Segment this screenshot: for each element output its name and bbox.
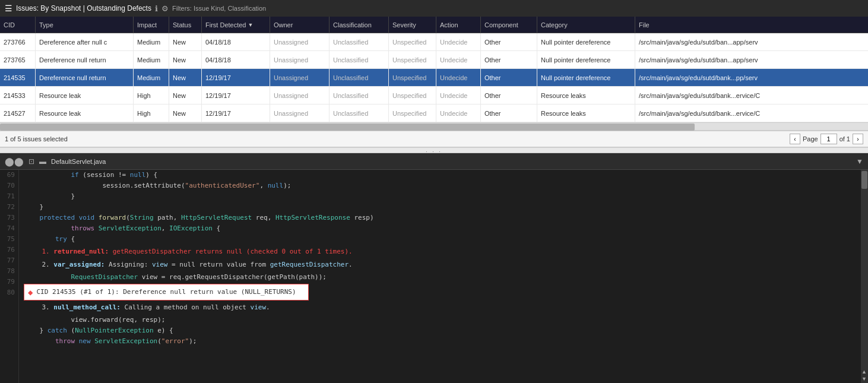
annotation-2: 2. var_assigned: Assigning: view = null …	[24, 259, 863, 271]
code-line: try {	[24, 234, 863, 245]
code-expand-icon[interactable]: ⊡	[28, 157, 34, 166]
top-bar: ☰ Issues: By Snapshot | Outstanding Defe…	[0, 0, 868, 17]
cell-cid: 214527	[0, 105, 36, 122]
cell-type: Dereference null return	[36, 51, 134, 68]
code-line: view.forward(req, resp);	[24, 315, 863, 325]
scroll-down-icon[interactable]: ▼	[861, 376, 867, 382]
annotation-1: 1. returned_null: getRequestDispatcher r…	[24, 246, 863, 258]
cell-action: Undecide	[436, 33, 481, 50]
cid-box-text: CID 214535 (#1 of 1): Dereference null r…	[36, 287, 296, 297]
code-collapse-icon[interactable]: ▼	[856, 157, 863, 166]
col-header-owner: Owner	[270, 17, 330, 33]
cell-owner: Unassigned	[270, 87, 330, 104]
table-row[interactable]: 273766 Dereference after null c Medium N…	[0, 33, 868, 51]
col-header-first-detected[interactable]: First Detected ▼	[202, 17, 270, 33]
next-page-button[interactable]: ›	[853, 134, 863, 144]
cell-first-detected: 04/18/18	[202, 33, 270, 50]
selected-count-label: 1 of 5 issues selected	[5, 135, 68, 143]
code-content: 69 70 71 72 73 74 75 76 77 78 79 80	[0, 170, 868, 383]
vscroll-thumb[interactable]	[861, 171, 867, 189]
annotation-3: 3. null_method_call: Calling a method on…	[24, 302, 863, 314]
prev-page-button[interactable]: ‹	[790, 134, 800, 144]
cell-impact: High	[134, 105, 169, 122]
collapse-handle[interactable]: . . .	[0, 147, 868, 153]
table-row[interactable]: 273765 Dereference null return Medium Ne…	[0, 51, 868, 69]
cell-type: Dereference after null c	[36, 33, 134, 50]
cell-owner: Unassigned	[270, 33, 330, 50]
cell-action: Undecide	[436, 69, 481, 86]
col-header-action: Action	[436, 17, 481, 33]
page-label: Page	[803, 135, 818, 143]
cell-type: Dereference null return	[36, 69, 134, 86]
code-folder-icon[interactable]: ▬	[39, 157, 46, 166]
col-header-type: Type	[36, 17, 134, 33]
table-header: CID Type Impact Status First Detected ▼ …	[0, 17, 868, 33]
hscroll-thumb[interactable]	[0, 124, 695, 131]
vertical-scrollbar[interactable]: ▲ ▼	[861, 170, 868, 383]
cell-category: Null pointer dereference	[537, 33, 635, 50]
cell-category: Null pointer dereference	[537, 69, 635, 86]
app-title: Issues: By Snapshot | Outstanding Defect…	[16, 4, 151, 12]
cell-cid: 214535	[0, 69, 36, 86]
cell-status: New	[169, 87, 202, 104]
code-toolbar: ⬤⬤ ⊡ ▬ DefaultServlet.java ▼	[0, 153, 868, 170]
cell-severity: Unspecified	[389, 105, 436, 122]
cell-first-detected: 12/19/17	[202, 69, 270, 86]
cell-status: New	[169, 105, 202, 122]
cell-component: Other	[481, 87, 537, 104]
cell-first-detected: 12/19/17	[202, 105, 270, 122]
cell-impact: High	[134, 87, 169, 104]
code-line: if (session != null) {	[24, 170, 863, 181]
code-line: throw new ServletException("error");	[24, 336, 863, 347]
cell-impact: Medium	[134, 33, 169, 50]
cell-classification: Unclassified	[330, 51, 389, 68]
cell-category: Resource leaks	[537, 105, 635, 122]
cell-severity: Unspecified	[389, 33, 436, 50]
code-line: } catch (NullPointerException e) {	[24, 325, 863, 336]
code-line: }	[24, 191, 863, 202]
cell-owner: Unassigned	[270, 69, 330, 86]
cell-component: Other	[481, 105, 537, 122]
cell-file: /src/main/java/sg/edu/sutd/ban...app/ser…	[635, 51, 802, 68]
cell-file: /src/main/java/sg/edu/sutd/ban...app/ser…	[635, 33, 802, 50]
cell-cid: 273766	[0, 33, 36, 50]
cell-status: New	[169, 69, 202, 86]
issues-table-body: 273766 Dereference after null c Medium N…	[0, 33, 868, 122]
cell-classification: Unclassified	[330, 105, 389, 122]
page-number-input[interactable]	[821, 134, 837, 144]
pagination: ‹ Page of 1 ›	[790, 134, 863, 144]
cell-action: Undecide	[436, 87, 481, 104]
cell-status: New	[169, 51, 202, 68]
horizontal-scrollbar[interactable]	[0, 122, 868, 131]
table-row[interactable]: 214533 Resource leak High New 12/19/17 U…	[0, 87, 868, 105]
code-lines: if (session != null) { session.setAttrib…	[19, 170, 868, 383]
sort-desc-icon: ▼	[248, 22, 253, 28]
col-header-severity: Severity	[389, 17, 436, 33]
menu-icon[interactable]: ☰	[5, 4, 12, 13]
info-icon[interactable]: ℹ	[155, 4, 158, 13]
col-header-category: Category	[537, 17, 635, 33]
cell-component: Other	[481, 69, 537, 86]
cell-file: /src/main/java/sg/edu/sutd/bank...ervice…	[635, 87, 802, 104]
cell-classification: Unclassified	[330, 87, 389, 104]
code-dots-icon[interactable]: ⬤⬤	[5, 157, 24, 166]
cell-action: Undecide	[436, 51, 481, 68]
cell-component: Other	[481, 33, 537, 50]
line-numbers: 69 70 71 72 73 74 75 76 77 78 79 80	[0, 170, 19, 383]
cell-severity: Unspecified	[389, 69, 436, 86]
cell-first-detected: 04/18/18	[202, 51, 270, 68]
col-header-cid: CID	[0, 17, 36, 33]
table-row[interactable]: 214535 Dereference null return Medium Ne…	[0, 69, 868, 87]
gear-icon[interactable]: ⚙	[161, 4, 169, 13]
cell-type: Resource leak	[36, 105, 134, 122]
scroll-up-icon[interactable]: ▲	[861, 369, 867, 375]
cell-severity: Unspecified	[389, 87, 436, 104]
cell-classification: Unclassified	[330, 33, 389, 50]
table-row[interactable]: 214527 Resource leak High New 12/19/17 U…	[0, 105, 868, 122]
code-filename: DefaultServlet.java	[51, 158, 106, 165]
cell-component: Other	[481, 51, 537, 68]
cell-impact: Medium	[134, 69, 169, 86]
code-panel-section: ⬤⬤ ⊡ ▬ DefaultServlet.java ▼ 69 70 71 72…	[0, 153, 868, 383]
cell-type: Resource leak	[36, 87, 134, 104]
issues-table-section: CID Type Impact Status First Detected ▼ …	[0, 17, 868, 147]
